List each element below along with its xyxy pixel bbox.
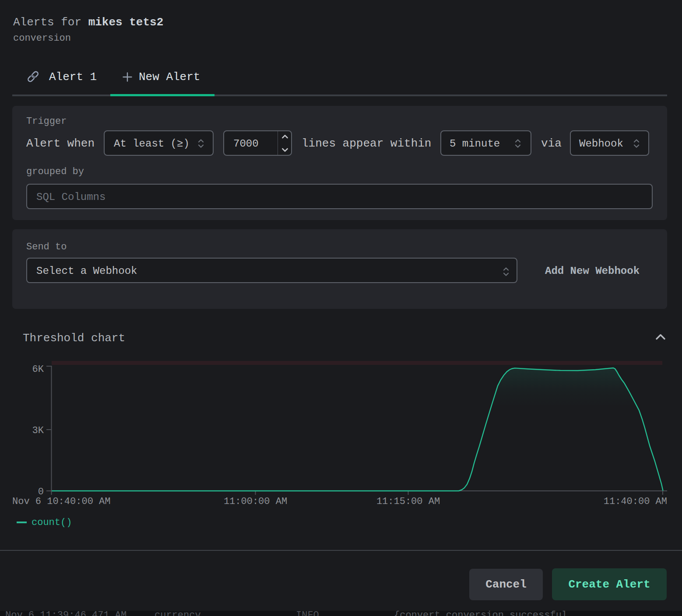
svg-text:11:00:00 AM: 11:00:00 AM — [224, 496, 287, 507]
svg-text:11:15:00 AM: 11:15:00 AM — [376, 496, 440, 507]
svg-text:0: 0 — [38, 486, 44, 497]
svg-text:Nov 6 10:40:00 AM: Nov 6 10:40:00 AM — [12, 496, 110, 507]
svg-text:11:40:00 AM: 11:40:00 AM — [604, 496, 667, 507]
svg-text:6K: 6K — [32, 364, 44, 375]
svg-text:3K: 3K — [32, 425, 44, 436]
